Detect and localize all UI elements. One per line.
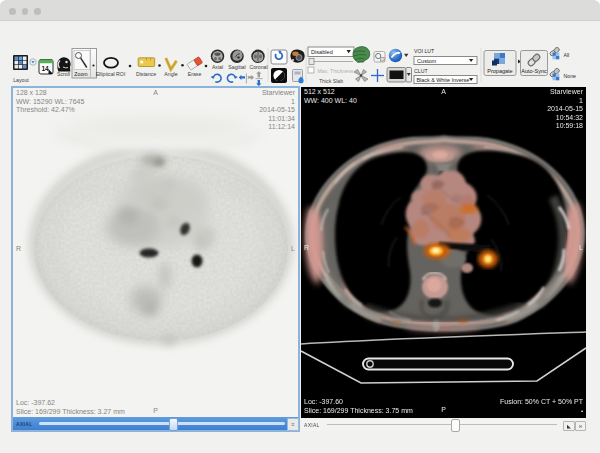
svg-text:Angle: Angle	[164, 71, 177, 77]
svg-text:Elliptical ROI: Elliptical ROI	[96, 71, 126, 77]
svg-text:Propagate: Propagate	[487, 68, 512, 74]
svg-text:Max. Thickness: Max. Thickness	[318, 68, 354, 74]
svg-text:Auto-Sync: Auto-Sync	[521, 68, 547, 74]
svg-text:CLUT: CLUT	[414, 68, 428, 74]
svg-text:Zoom: Zoom	[74, 71, 87, 77]
svg-text:Erase: Erase	[188, 71, 202, 77]
svg-text:All: All	[564, 52, 570, 58]
svg-text:Scroll: Scroll	[57, 71, 70, 77]
svg-text:None: None	[564, 73, 577, 79]
svg-text:Thick Slab: Thick Slab	[319, 78, 343, 84]
svg-text:Disabled: Disabled	[311, 49, 333, 55]
svg-text:Black & White Inverse: Black & White Inverse	[417, 77, 470, 83]
svg-text:Sagittal: Sagittal	[228, 64, 245, 70]
svg-text:14: 14	[42, 65, 50, 72]
svg-text:Custom: Custom	[417, 58, 437, 64]
svg-text:VOI LUT: VOI LUT	[414, 48, 435, 54]
svg-text:Layout: Layout	[13, 77, 29, 83]
svg-text:Axial: Axial	[212, 64, 223, 70]
svg-text:Coronal: Coronal	[249, 64, 267, 70]
svg-text:Distance: Distance	[136, 71, 156, 77]
